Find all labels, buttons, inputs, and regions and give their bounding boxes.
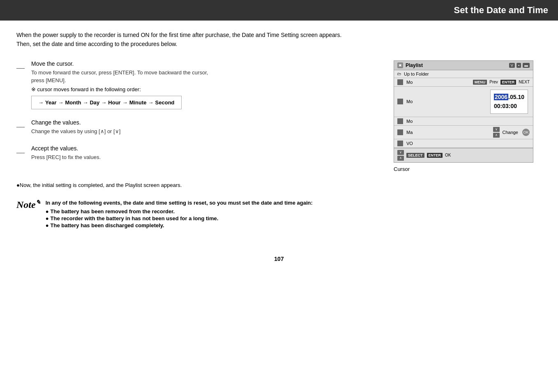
note-section: Note✎ In any of the following events, th… — [16, 200, 542, 229]
flow-hour: Hour — [108, 99, 120, 106]
date-rest: .05.10 — [508, 94, 524, 100]
intro-line2: Then, set the date and time according to… — [16, 39, 542, 48]
note-logo: Note✎ — [16, 200, 41, 210]
topbar-right: V ▪ ▬ — [509, 63, 530, 68]
step1-dash: __ — [16, 60, 25, 71]
up-to-folder-row: 🗁 Up to Folder — [394, 70, 533, 78]
row-text-4: Ma — [406, 130, 490, 135]
bottom-ok-label: OK — [445, 153, 451, 157]
row-icon-2 — [397, 99, 403, 104]
step2-dash: __ — [16, 119, 25, 129]
stop-btn[interactable]: ▪ — [516, 63, 521, 68]
row-text-3: Mo — [406, 119, 530, 124]
enter-btn[interactable]: ENTER — [500, 80, 516, 85]
cursor-label: Cursor — [394, 166, 410, 172]
screen-topbar: ▣ Playlist V ▪ ▬ — [394, 61, 533, 70]
battery-btn: ▬ — [523, 63, 530, 68]
menu-nav: MENU Prev ENTER NEXT — [473, 80, 530, 85]
step1-note: ※ cursor moves forward in the following … — [31, 86, 377, 92]
screen-row-2: Mo 2006.05.10 00:03:00 — [394, 87, 533, 117]
row-icon-5 — [397, 141, 403, 146]
date-highlight: 2006 — [494, 94, 508, 100]
playlist-icon: ▣ — [397, 62, 403, 68]
ok-label: OK — [523, 130, 528, 134]
flow-month: Month — [65, 99, 81, 106]
row-icon-4 — [397, 129, 403, 135]
change-label: Change — [502, 130, 518, 135]
device-screen: ▣ Playlist V ▪ ▬ 🗁 Up to Folder — [394, 60, 533, 163]
steps-section: __ Move the cursor. To move forward the … — [16, 60, 377, 171]
step-3: __ Accept the values. Press [REC] to fix… — [16, 145, 377, 161]
ok-circle-btn[interactable]: OK — [522, 129, 530, 136]
next-label: NEXT — [519, 80, 530, 84]
bottom-v-btn[interactable]: ∨ — [397, 150, 404, 155]
prev-label: Prev — [489, 80, 498, 84]
flow-day: Day — [90, 99, 99, 106]
bottom-va-buttons: ∨ ∧ — [397, 150, 404, 161]
flow-year: Year — [45, 99, 56, 106]
arrow-flow: → Year → Month → Day → Hour → Minute → S… — [38, 99, 175, 106]
row-icon-1 — [397, 79, 403, 85]
v-btn[interactable]: V — [509, 63, 515, 68]
va-buttons: ∨ ∧ — [493, 127, 500, 138]
row-text-vo: VO — [406, 141, 530, 146]
bullet-section: ●Now, the initial setting is completed, … — [16, 182, 542, 188]
change-ok-row: ∨ ∧ Change OK — [493, 127, 530, 138]
page-title: Set the Date and Time — [454, 5, 548, 15]
time-display: 00:03:00 — [494, 103, 517, 109]
steps-diagram-row: __ Move the cursor. To move forward the … — [16, 60, 542, 172]
step3-title: Accept the values. — [31, 145, 377, 152]
step1-desc2: press [MENU]. — [31, 76, 377, 85]
screen-bottom-bar: ∨ ∧ SELECT ENTER OK — [394, 148, 533, 162]
flow-minute: Minute — [129, 99, 147, 106]
flow-arrow-5: → — [148, 99, 154, 106]
step3-desc: Press [REC] to fix the values. — [31, 153, 377, 161]
diagram-section: ▣ Playlist V ▪ ▬ 🗁 Up to Folder — [394, 60, 542, 172]
bullet-line: ●Now, the initial setting is completed, … — [16, 182, 542, 188]
screen-row-1: Mo MENU Prev ENTER NEXT — [394, 78, 533, 87]
step3-dash: __ — [16, 145, 25, 155]
row-icon-3 — [397, 118, 403, 124]
flow-second: Second — [155, 99, 175, 106]
note-bullet-1: The battery has been removed from the re… — [46, 208, 313, 214]
v-up-btn[interactable]: ∧ — [493, 133, 500, 138]
step1-note-text: ※ cursor moves forward in the following … — [31, 86, 141, 92]
step1-content: Move the cursor. To move forward the cur… — [31, 60, 377, 109]
intro-line1: When the power supply to the recorder is… — [16, 30, 542, 39]
topbar-left: ▣ Playlist — [397, 62, 423, 68]
row-text-1: Mo — [406, 80, 470, 85]
screen-row-3: Mo — [394, 117, 533, 126]
step2-title: Change the values. — [31, 119, 377, 126]
cursor-order-box: → Year → Month → Day → Hour → Minute → S… — [31, 96, 182, 109]
flow-arrow-1: → — [58, 99, 63, 106]
flow-arrow-2: → — [83, 99, 88, 106]
folder-arrow-icon: 🗁 — [397, 71, 401, 76]
step3-content: Accept the values. Press [REC] to fix th… — [31, 145, 377, 161]
note-bullet-3: The battery has been discharged complete… — [46, 222, 313, 228]
v-down-btn[interactable]: ∨ — [493, 127, 500, 132]
select-label[interactable]: SELECT — [406, 153, 424, 158]
note-main-text: In any of the following events, the date… — [46, 200, 313, 206]
flow-arrow-3: → — [101, 99, 106, 106]
flow-arrow-start: → — [38, 99, 44, 106]
step-2: __ Change the values. Change the values … — [16, 119, 377, 136]
cursor-label-area: Cursor — [394, 166, 542, 172]
note-bullets: The battery has been removed from the re… — [46, 208, 313, 228]
step2-content: Change the values. Change the values by … — [31, 119, 377, 136]
row-text-2: Mo — [406, 99, 485, 104]
page-number: 107 — [0, 256, 558, 262]
menu-btn[interactable]: MENU — [473, 80, 487, 85]
flow-arrow-4: → — [122, 99, 128, 106]
datetime-display: 2006.05.10 00:03:00 — [490, 90, 528, 114]
screen-row-5: VO — [394, 139, 533, 148]
page-header: Set the Date and Time — [0, 0, 558, 21]
note-bullet-2: The recorder with the battery in has not… — [46, 215, 313, 221]
screen-row-4: Ma ∨ ∧ Change OK — [394, 126, 533, 139]
folder-label: Up to Folder — [404, 71, 429, 76]
intro-text: When the power supply to the recorder is… — [16, 30, 542, 49]
step1-desc1: To move forward the cursor, press [ENTER… — [31, 69, 377, 77]
step1-title: Move the cursor. — [31, 60, 377, 67]
topbar-title: Playlist — [406, 62, 423, 68]
bottom-a-btn[interactable]: ∧ — [397, 156, 404, 161]
bottom-enter-btn[interactable]: ENTER — [427, 153, 443, 158]
